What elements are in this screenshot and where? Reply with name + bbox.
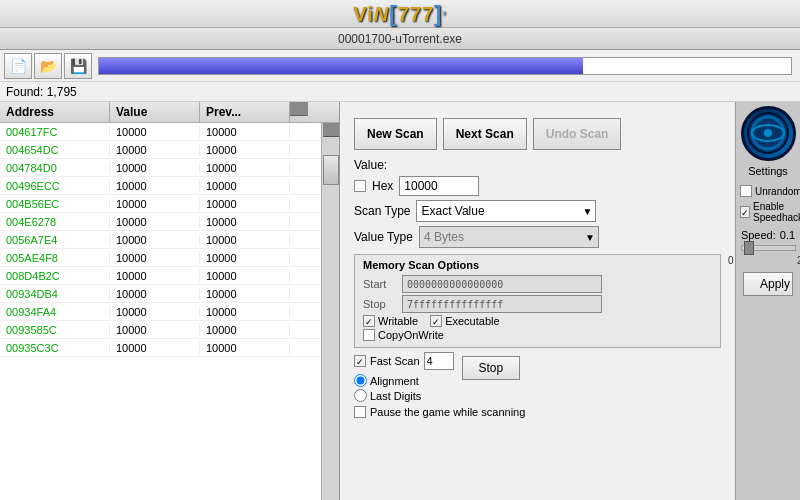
executable-checkbox[interactable] — [430, 315, 442, 327]
value-cell: 10000 — [110, 234, 200, 246]
controls-area: New Scan Next Scan Undo Scan Value: Hex … — [348, 110, 792, 492]
hex-label: Hex — [372, 179, 393, 193]
header-address: Address — [0, 102, 110, 122]
value-cell: 10000 — [110, 162, 200, 174]
value-cell: 10000 — [110, 306, 200, 318]
value-cell: 10000 — [110, 198, 200, 210]
next-scan-button[interactable]: Next Scan — [443, 118, 527, 150]
copy-on-write-checkbox-item: CopyOnWrite — [363, 329, 444, 341]
prev-cell: 10000 — [200, 126, 290, 138]
table-row[interactable]: 004784D0 10000 10000 — [0, 159, 321, 177]
prev-cell: 10000 — [200, 198, 290, 210]
address-cell: 004B56EC — [0, 198, 110, 210]
alignment-radio-item: Alignment — [354, 374, 421, 387]
address-cell: 004654DC — [0, 144, 110, 156]
address-cell: 005AE4F8 — [0, 252, 110, 264]
speedhack-item: Enable Speedhack — [738, 201, 800, 223]
table-row[interactable]: 008D4B2C 10000 10000 — [0, 267, 321, 285]
table-row[interactable]: 00934FA4 10000 10000 — [0, 303, 321, 321]
scan-type-select[interactable]: Exact Value Bigger than... Smaller than.… — [416, 200, 596, 222]
writable-executable-row: Writable Executable — [363, 315, 712, 327]
value-cell: 10000 — [110, 342, 200, 354]
memory-scan-title: Memory Scan Options — [363, 259, 712, 271]
speed-slider-container — [741, 245, 796, 251]
header-prev: Prev... — [200, 102, 290, 122]
pause-label: Pause the game while scanning — [370, 406, 525, 418]
speed-scale: 0 20 — [728, 255, 800, 266]
value-type-select[interactable]: 4 Bytes 1 Byte 2 Bytes 8 Bytes Float Dou… — [419, 226, 599, 248]
scrollbar-thumb[interactable] — [323, 155, 339, 185]
table-header: Address Value Prev... — [0, 102, 339, 123]
table-row[interactable]: 00935C3C 10000 10000 — [0, 339, 321, 357]
found-label-bar: Found: 1,795 — [0, 82, 800, 102]
app-logo: ViN[777]' — [353, 0, 446, 30]
hex-checkbox[interactable] — [354, 180, 366, 192]
value-label: Value: — [354, 158, 387, 172]
alignment-label: Alignment — [370, 375, 419, 387]
fast-scan-area: Fast Scan Alignment — [354, 352, 454, 402]
open-file-button[interactable]: 📂 — [34, 53, 62, 79]
new-scan-button[interactable]: New Scan — [354, 118, 437, 150]
prev-cell: 10000 — [200, 342, 290, 354]
prev-cell: 10000 — [200, 306, 290, 318]
stop-row: Stop — [363, 295, 712, 313]
stop-input[interactable] — [402, 295, 602, 313]
slider-track — [741, 245, 796, 251]
scan-type-label: Scan Type — [354, 204, 410, 218]
copyonwrite-row: CopyOnWrite — [363, 329, 712, 341]
table-row[interactable]: 00934DB4 10000 10000 — [0, 285, 321, 303]
address-cell: 0056A7E4 — [0, 234, 110, 246]
right-panel-flex: New Scan Next Scan Undo Scan Value: Hex … — [348, 110, 792, 492]
writable-checkbox[interactable] — [363, 315, 375, 327]
value-cell: 10000 — [110, 252, 200, 264]
slider-thumb[interactable] — [744, 241, 754, 255]
copy-on-write-label: CopyOnWrite — [378, 329, 444, 341]
speedhack-label: Enable Speedhack — [753, 201, 800, 223]
value-cell: 10000 — [110, 324, 200, 336]
table-row[interactable]: 004B56EC 10000 10000 — [0, 195, 321, 213]
undo-scan-button[interactable]: Undo Scan — [533, 118, 622, 150]
scan-type-row: Scan Type Exact Value Bigger than... Sma… — [354, 200, 786, 222]
table-row[interactable]: 005AE4F8 10000 10000 — [0, 249, 321, 267]
value-cell: 10000 — [110, 288, 200, 300]
header-value: Value — [110, 102, 200, 122]
value-input[interactable] — [399, 176, 479, 196]
speedhack-checkbox[interactable] — [740, 206, 750, 218]
logo-svg — [746, 111, 791, 156]
table-row[interactable]: 004654DC 10000 10000 — [0, 141, 321, 159]
window-title: 00001700-uTorrent.exe — [338, 32, 462, 46]
settings-label: Settings — [748, 165, 788, 177]
toolbar: 📄 📂 💾 — [0, 50, 800, 82]
prev-cell: 10000 — [200, 162, 290, 174]
logo-n: N — [374, 3, 389, 25]
pause-checkbox[interactable] — [354, 406, 366, 418]
stop-button[interactable]: Stop — [462, 356, 521, 380]
save-file-button[interactable]: 💾 — [64, 53, 92, 79]
address-cell: 004E6278 — [0, 216, 110, 228]
alignment-row: Alignment Last Digits — [354, 374, 454, 402]
table-row[interactable]: 004E6278 10000 10000 — [0, 213, 321, 231]
logo-vi: Vi — [353, 3, 374, 25]
new-file-button[interactable]: 📄 — [4, 53, 32, 79]
last-digits-radio[interactable] — [354, 389, 367, 402]
scan-type-select-wrapper: Exact Value Bigger than... Smaller than.… — [416, 200, 596, 222]
copy-on-write-checkbox[interactable] — [363, 329, 375, 341]
value-cell: 10000 — [110, 216, 200, 228]
table-row[interactable]: 0056A7E4 10000 10000 — [0, 231, 321, 249]
table-row[interactable]: 0093585C 10000 10000 — [0, 321, 321, 339]
table-body: 004617FC 10000 10000 004654DC 10000 1000… — [0, 123, 321, 500]
start-input[interactable] — [402, 275, 602, 293]
table-row[interactable]: 00496ECC 10000 10000 — [0, 177, 321, 195]
address-cell: 004784D0 — [0, 162, 110, 174]
value-type-row: Value Type 4 Bytes 1 Byte 2 Bytes 8 Byte… — [354, 226, 786, 248]
table-scrollbar[interactable] — [321, 123, 339, 500]
fast-scan-checkbox[interactable] — [354, 355, 366, 367]
alignment-radio[interactable] — [354, 374, 367, 387]
fast-scan-input[interactable] — [424, 352, 454, 370]
table-row[interactable]: 004617FC 10000 10000 — [0, 123, 321, 141]
speed-value: 0.1 — [780, 229, 795, 241]
prev-cell: 10000 — [200, 324, 290, 336]
unrandomizer-checkbox[interactable] — [740, 185, 752, 197]
apply-button[interactable]: Apply — [743, 272, 793, 296]
value-cell: 10000 — [110, 144, 200, 156]
